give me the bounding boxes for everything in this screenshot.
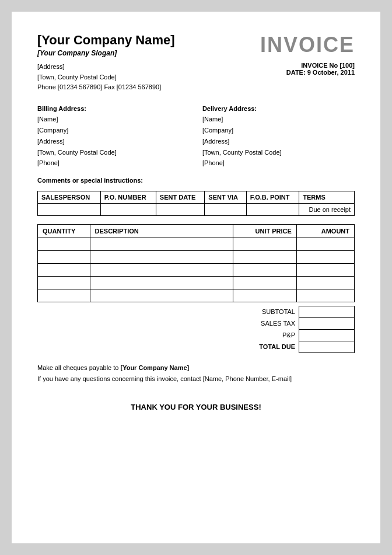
company-block: [Your Company Name] [Your Company Slogan… bbox=[37, 33, 175, 93]
sales-salesperson bbox=[38, 203, 101, 215]
totals-section: SUBTOTAL SALES TAX P&P TOTAL DUE bbox=[37, 306, 355, 353]
item-description bbox=[90, 263, 233, 276]
delivery-company: [Company] bbox=[202, 125, 355, 136]
footer-note-part1: Make all cheques payable to bbox=[37, 364, 120, 371]
pnp-row: P&P bbox=[226, 329, 355, 341]
items-header-unit-price: UNIT PRICE bbox=[233, 224, 296, 238]
header-section: [Your Company Name] [Your Company Slogan… bbox=[37, 33, 355, 93]
sales-header-sent-via: SENT VIA bbox=[205, 191, 246, 203]
date-value: 9 October, 2011 bbox=[307, 69, 355, 76]
total-due-value bbox=[299, 341, 355, 352]
billing-name: [Name] bbox=[37, 114, 190, 125]
item-unit-price bbox=[233, 238, 296, 250]
footer-note-part2: If you have any questions concerning thi… bbox=[37, 375, 292, 382]
table-row bbox=[38, 238, 355, 250]
total-due-label: TOTAL DUE bbox=[226, 341, 299, 352]
item-quantity bbox=[38, 289, 90, 302]
thank-you: THANK YOU FOR YOUR BUSINESS! bbox=[37, 403, 355, 411]
invoice-date: DATE: 9 October, 2011 bbox=[260, 69, 355, 76]
footer-note: Make all cheques payable to [Your Compan… bbox=[37, 362, 355, 384]
delivery-address: Delivery Address: [Name] [Company] [Addr… bbox=[202, 103, 355, 169]
item-description bbox=[90, 250, 233, 263]
sales-sent-via bbox=[205, 203, 246, 215]
comments-section: Comments or special instructions: bbox=[37, 177, 355, 184]
item-amount bbox=[296, 238, 354, 250]
billing-title: Billing Address: bbox=[37, 103, 190, 114]
items-table: QUANTITY DESCRIPTION UNIT PRICE AMOUNT bbox=[37, 224, 355, 302]
date-label: DATE: bbox=[286, 69, 306, 76]
items-header-quantity: QUANTITY bbox=[38, 224, 90, 238]
pnp-value bbox=[299, 329, 355, 341]
item-quantity bbox=[38, 238, 90, 250]
sales-terms: Due on receipt bbox=[299, 203, 355, 215]
item-unit-price bbox=[233, 289, 296, 302]
table-row bbox=[38, 289, 355, 302]
addresses-section: Billing Address: [Name] [Company] [Addre… bbox=[37, 103, 355, 169]
delivery-address-line: [Address] bbox=[202, 136, 355, 147]
invoice-no-value: [100] bbox=[340, 62, 355, 69]
sales-po bbox=[100, 203, 156, 215]
sales-header-terms: TERMS bbox=[299, 191, 355, 203]
total-due-row: TOTAL DUE bbox=[226, 341, 355, 352]
item-quantity bbox=[38, 276, 90, 289]
address-line2: [Town, County Postal Code] bbox=[37, 72, 175, 83]
billing-company: [Company] bbox=[37, 125, 190, 136]
items-header-amount: AMOUNT bbox=[296, 224, 354, 238]
invoice-meta: INVOICE No [100] DATE: 9 October, 2011 bbox=[260, 62, 355, 76]
items-body bbox=[38, 238, 355, 302]
items-header-description: DESCRIPTION bbox=[90, 224, 233, 238]
billing-town: [Town, County Postal Code] bbox=[37, 147, 190, 158]
sales-fob bbox=[246, 203, 299, 215]
delivery-title: Delivery Address: bbox=[202, 103, 355, 114]
invoice-title-block: INVOICE INVOICE No [100] DATE: 9 October… bbox=[260, 33, 355, 76]
item-description bbox=[90, 289, 233, 302]
table-row bbox=[38, 263, 355, 276]
sales-tax-value bbox=[299, 317, 355, 329]
sales-tax-label: SALES TAX bbox=[226, 317, 299, 329]
sales-header-fob: F.O.B. POINT bbox=[246, 191, 299, 203]
footer-note-bold: [Your Company Name] bbox=[120, 364, 189, 371]
address-line3: Phone [01234 567890] Fax [01234 567890] bbox=[37, 82, 175, 93]
item-quantity bbox=[38, 250, 90, 263]
invoice-no-label: INVOICE No bbox=[301, 62, 338, 69]
sales-table: SALESPERSON P.O. NUMBER SENT DATE SENT V… bbox=[37, 191, 355, 216]
billing-address: Billing Address: [Name] [Company] [Addre… bbox=[37, 103, 190, 169]
item-unit-price bbox=[233, 250, 296, 263]
sales-sent-date bbox=[156, 203, 204, 215]
subtotal-row: SUBTOTAL bbox=[226, 306, 355, 317]
totals-table: SUBTOTAL SALES TAX P&P TOTAL DUE bbox=[226, 306, 355, 353]
subtotal-value bbox=[299, 306, 355, 317]
item-amount bbox=[296, 289, 354, 302]
item-unit-price bbox=[233, 263, 296, 276]
delivery-town: [Town, County Postal Code] bbox=[202, 147, 355, 158]
subtotal-label: SUBTOTAL bbox=[226, 306, 299, 317]
table-row bbox=[38, 276, 355, 289]
item-amount bbox=[296, 263, 354, 276]
item-quantity bbox=[38, 263, 90, 276]
delivery-name: [Name] bbox=[202, 114, 355, 125]
pnp-label: P&P bbox=[226, 329, 299, 341]
company-name: [Your Company Name] bbox=[37, 33, 175, 48]
table-row bbox=[38, 250, 355, 263]
sales-tax-row: SALES TAX bbox=[226, 317, 355, 329]
sales-header-sent-date: SENT DATE bbox=[156, 191, 204, 203]
delivery-phone: [Phone] bbox=[202, 158, 355, 169]
item-description bbox=[90, 276, 233, 289]
item-amount bbox=[296, 276, 354, 289]
company-address: [Address] [Town, County Postal Code] Pho… bbox=[37, 62, 175, 93]
address-line1: [Address] bbox=[37, 62, 175, 72]
billing-address-line: [Address] bbox=[37, 136, 190, 147]
invoice-page: [Your Company Name] [Your Company Slogan… bbox=[12, 12, 380, 543]
item-unit-price bbox=[233, 276, 296, 289]
item-description bbox=[90, 238, 233, 250]
company-slogan: [Your Company Slogan] bbox=[37, 49, 175, 57]
invoice-title: INVOICE bbox=[260, 33, 355, 57]
billing-phone: [Phone] bbox=[37, 158, 190, 169]
item-amount bbox=[296, 250, 354, 263]
sales-header-salesperson: SALESPERSON bbox=[38, 191, 101, 203]
sales-row: Due on receipt bbox=[38, 203, 355, 215]
sales-header-po: P.O. NUMBER bbox=[100, 191, 156, 203]
comments-label: Comments or special instructions: bbox=[37, 177, 143, 184]
invoice-no: INVOICE No [100] bbox=[260, 62, 355, 69]
